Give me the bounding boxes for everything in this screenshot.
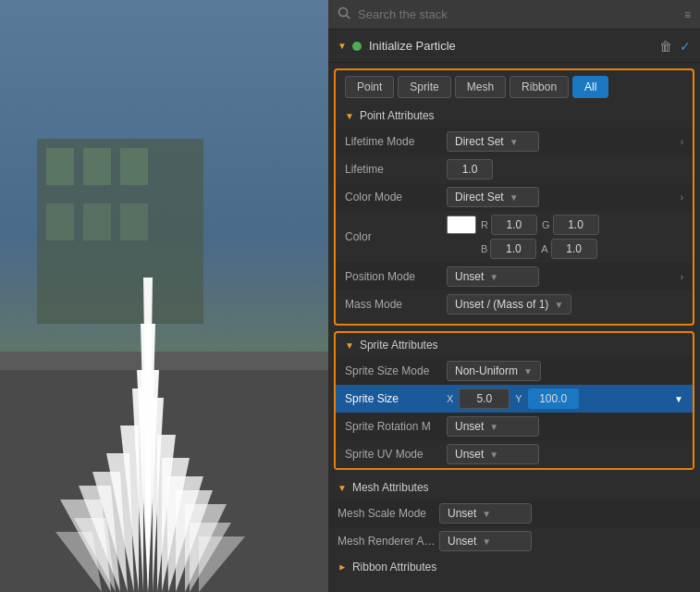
lifetime-mode-value: Direct Set ▼ [447, 131, 681, 152]
a-input[interactable] [551, 239, 597, 259]
sprite-size-mode-value: Non-Uniform ▼ [447, 361, 683, 381]
sprite-size-value: X Y [447, 388, 674, 409]
expand-right-icon[interactable]: › [681, 137, 683, 147]
lifetime-mode-row: Lifetime Mode Direct Set ▼ › [336, 128, 693, 155]
chevron-down-icon: ▼ [510, 137, 519, 147]
collapse-arrow-icon[interactable]: ▼ [338, 41, 347, 51]
tab-ribbon[interactable]: Ribbon [510, 76, 569, 98]
g-channel: G [542, 215, 599, 235]
scene-svg [0, 0, 328, 592]
mesh-section-title: Mesh Attributes [352, 481, 429, 494]
mesh-scale-row: Mesh Scale Mode Unset ▼ [328, 500, 700, 527]
mass-mode-value: Unset / (Mass of 1) ▼ [447, 294, 683, 314]
confirm-button[interactable]: ✓ [680, 39, 691, 54]
sprite-rotation-dropdown[interactable]: Unset ▼ [447, 416, 539, 437]
color-value: R G B A [447, 215, 683, 259]
svg-line-30 [347, 16, 350, 19]
mesh-attributes-header: ▼ Mesh Attributes [328, 475, 700, 500]
ribbon-section-arrow[interactable]: ▼ [337, 562, 347, 572]
sprite-size-y-input[interactable] [528, 388, 579, 409]
color-swatch[interactable] [447, 216, 476, 234]
position-mode-row: Position Mode Unset ▼ › [336, 263, 693, 290]
mesh-scale-dropdown[interactable]: Unset ▼ [439, 503, 532, 524]
r-channel: R [481, 215, 537, 235]
sprite-size-x-input[interactable] [459, 388, 510, 409]
sprite-uv-value: Unset ▼ [447, 444, 683, 464]
tab-bar: Point Sprite Mesh Ribbon All [334, 68, 694, 104]
search-icon [338, 6, 350, 22]
color-label: Color [345, 230, 447, 243]
svg-rect-6 [83, 204, 111, 240]
right-panel: ≡ ▼ Initialize Particle 🗑 ✓ Point Sprite… [328, 0, 700, 592]
tab-point[interactable]: Point [345, 76, 394, 98]
sprite-rotation-label: Sprite Rotation M [345, 420, 447, 433]
position-mode-value: Unset ▼ [447, 266, 681, 287]
expand-right-icon[interactable]: › [681, 272, 683, 282]
b-input[interactable] [490, 239, 536, 259]
sprite-rotation-value: Unset ▼ [447, 416, 683, 437]
lifetime-mode-dropdown[interactable]: Direct Set ▼ [447, 131, 539, 152]
sprite-uv-label: Sprite UV Mode [345, 448, 447, 461]
tab-mesh[interactable]: Mesh [455, 76, 506, 98]
svg-point-29 [339, 8, 348, 17]
sprite-attributes-section: ▼ Sprite Attributes Sprite Size Mode Non… [334, 331, 694, 470]
lifetime-mode-label: Lifetime Mode [345, 135, 447, 148]
point-attributes-header: ▼ Point Attributes [336, 104, 693, 128]
sprite-size-row: Sprite Size X Y ▼ [336, 385, 693, 413]
color-mode-dropdown[interactable]: Direct Set ▼ [447, 187, 539, 207]
sprite-section-title: Sprite Attributes [360, 339, 438, 352]
sprite-size-mode-dropdown[interactable]: Non-Uniform ▼ [447, 361, 541, 381]
b-channel: B [481, 239, 536, 259]
sprite-uv-row: Sprite UV Mode Unset ▼ [336, 440, 693, 468]
sprite-attributes-header: ▼ Sprite Attributes [336, 333, 693, 357]
chevron-down-icon: ▼ [554, 300, 563, 310]
mesh-renderer-row: Mesh Renderer A… Unset ▼ [328, 527, 700, 555]
lifetime-row: Lifetime [336, 155, 693, 183]
lifetime-label: Lifetime [345, 163, 447, 176]
lifetime-input[interactable] [447, 159, 493, 179]
svg-rect-9 [0, 352, 328, 370]
mesh-section-arrow[interactable]: ▼ [338, 483, 347, 493]
point-section-arrow[interactable]: ▼ [345, 111, 354, 121]
lifetime-value [447, 159, 683, 179]
chevron-down-icon: ▼ [510, 192, 519, 203]
sprite-uv-dropdown[interactable]: Unset ▼ [447, 444, 539, 464]
tab-all[interactable]: All [572, 76, 608, 98]
expand-right-icon[interactable]: › [681, 192, 683, 203]
sprite-rotation-row: Sprite Rotation M Unset ▼ [336, 413, 693, 440]
color-mode-row: Color Mode Direct Set ▼ › [336, 183, 693, 211]
sprite-size-mode-label: Sprite Size Mode [345, 364, 447, 377]
g-input[interactable] [553, 215, 599, 235]
color-mode-label: Color Mode [345, 191, 447, 204]
chevron-down-icon: ▼ [489, 422, 498, 432]
mass-mode-row: Mass Mode Unset / (Mass of 1) ▼ [336, 290, 693, 318]
svg-rect-5 [46, 204, 74, 240]
filter-icon[interactable]: ≡ [684, 8, 691, 21]
sprite-size-mode-row: Sprite Size Mode Non-Uniform ▼ [336, 357, 693, 385]
mesh-renderer-value: Unset ▼ [439, 531, 691, 551]
svg-rect-7 [120, 204, 148, 240]
delete-button[interactable]: 🗑 [659, 39, 672, 54]
mass-mode-dropdown[interactable]: Unset / (Mass of 1) ▼ [447, 294, 571, 314]
sprite-section-arrow[interactable]: ▼ [345, 340, 354, 351]
a-channel: A [541, 239, 596, 259]
mesh-renderer-dropdown[interactable]: Unset ▼ [439, 531, 532, 551]
point-section-title: Point Attributes [360, 109, 435, 122]
color-mode-value: Direct Set ▼ [447, 187, 681, 207]
node-title: Initialize Particle [369, 39, 659, 53]
initialize-particle-header: ▼ Initialize Particle 🗑 ✓ [328, 30, 700, 63]
mesh-attributes-section: ▼ Mesh Attributes Mesh Scale Mode Unset … [328, 475, 700, 555]
active-indicator [352, 42, 362, 51]
search-bar: ≡ [328, 0, 700, 30]
ribbon-attributes-section: ▼ Ribbon Attributes [328, 555, 700, 579]
expand-right-icon[interactable]: ▼ [674, 394, 683, 404]
search-input[interactable] [358, 7, 677, 21]
tab-sprite[interactable]: Sprite [398, 76, 450, 98]
scroll-area: Point Sprite Mesh Ribbon All ▼ Point Att… [328, 63, 700, 592]
chevron-down-icon: ▼ [482, 509, 491, 519]
chevron-down-icon: ▼ [482, 536, 491, 547]
r-input[interactable] [491, 215, 537, 235]
ribbon-attributes-header: ▼ Ribbon Attributes [328, 555, 700, 579]
position-mode-dropdown[interactable]: Unset ▼ [447, 266, 539, 287]
point-attributes-section: ▼ Point Attributes Lifetime Mode Direct … [334, 104, 694, 326]
